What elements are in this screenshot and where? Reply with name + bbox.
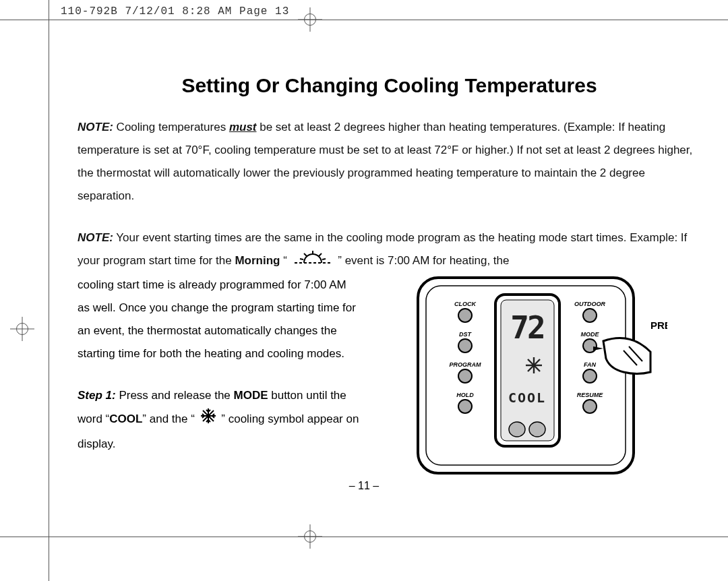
note1-label: NOTE:	[78, 121, 113, 133]
svg-text:PRESS: PRESS	[650, 319, 667, 331]
note2-label: NOTE:	[78, 231, 113, 244]
note1-must: must	[229, 121, 257, 133]
snowflake-icon	[200, 407, 217, 433]
svg-text:COOL: COOL	[508, 390, 546, 406]
note-2-line1: NOTE: Your event starting times are the …	[78, 226, 701, 274]
note2-part1c: ” event is 7:00 AM for heating, the	[338, 254, 509, 267]
svg-text:72: 72	[510, 309, 543, 346]
note2-part2: cooling start time is already programmed…	[78, 274, 361, 365]
registration-mark-top	[298, 7, 322, 32]
svg-point-20	[509, 422, 525, 437]
svg-text:CLOCK: CLOCK	[454, 301, 477, 307]
svg-point-37	[583, 400, 597, 413]
wrap-block: cooling start time is already programmed…	[78, 274, 701, 456]
svg-point-27	[458, 369, 472, 383]
svg-line-2	[304, 253, 307, 256]
step1-part3: ” and the “	[142, 412, 198, 425]
svg-point-21	[529, 422, 545, 437]
thermostat-illustration: 72 COOL CLOCK DST P	[411, 271, 701, 479]
crop-line-top	[0, 20, 728, 20]
left-column: cooling start time is already programmed…	[78, 274, 361, 456]
note-1: NOTE: Cooling temperatures must be set a…	[78, 116, 701, 208]
svg-point-35	[583, 369, 597, 383]
svg-line-4	[300, 259, 303, 259]
step-1: Step 1: Press and release the MODE butto…	[78, 384, 361, 456]
svg-text:MODE: MODE	[581, 331, 600, 338]
page-number: – 11 –	[0, 480, 728, 492]
page-content: Setting Or Changing Cooling Temperatures…	[78, 74, 701, 456]
svg-point-33	[583, 339, 597, 353]
svg-point-31	[583, 309, 597, 322]
svg-text:RESUME: RESUME	[577, 392, 604, 398]
note2-q1: “	[280, 254, 286, 267]
step1-cool: COOL	[109, 412, 142, 425]
svg-point-29	[458, 400, 472, 413]
registration-mark-left	[10, 317, 34, 341]
registration-mark-bottom	[298, 524, 322, 549]
step1-part1: Press and release the	[116, 389, 234, 402]
svg-text:FAN: FAN	[584, 361, 597, 368]
page-title: Setting Or Changing Cooling Temperatures	[78, 74, 701, 97]
svg-text:PROGRAM: PROGRAM	[450, 361, 482, 368]
svg-text:HOLD: HOLD	[456, 392, 474, 398]
svg-text:DST: DST	[459, 331, 473, 338]
svg-line-3	[319, 253, 322, 256]
svg-point-23	[458, 309, 472, 322]
sunrise-icon	[292, 249, 334, 274]
crop-line-left	[49, 0, 49, 581]
svg-text:OUTDOOR: OUTDOOR	[574, 301, 605, 307]
step1-mode: MODE	[234, 389, 268, 402]
svg-point-25	[458, 339, 472, 353]
crop-line-bottom	[0, 537, 728, 537]
note2-morning: Morning	[235, 254, 280, 267]
print-header: 110-792B 7/12/01 8:28 AM Page 13	[61, 5, 289, 18]
note1-pre: Cooling temperatures	[113, 121, 229, 133]
svg-line-5	[322, 259, 326, 259]
step1-label: Step 1:	[78, 389, 116, 402]
